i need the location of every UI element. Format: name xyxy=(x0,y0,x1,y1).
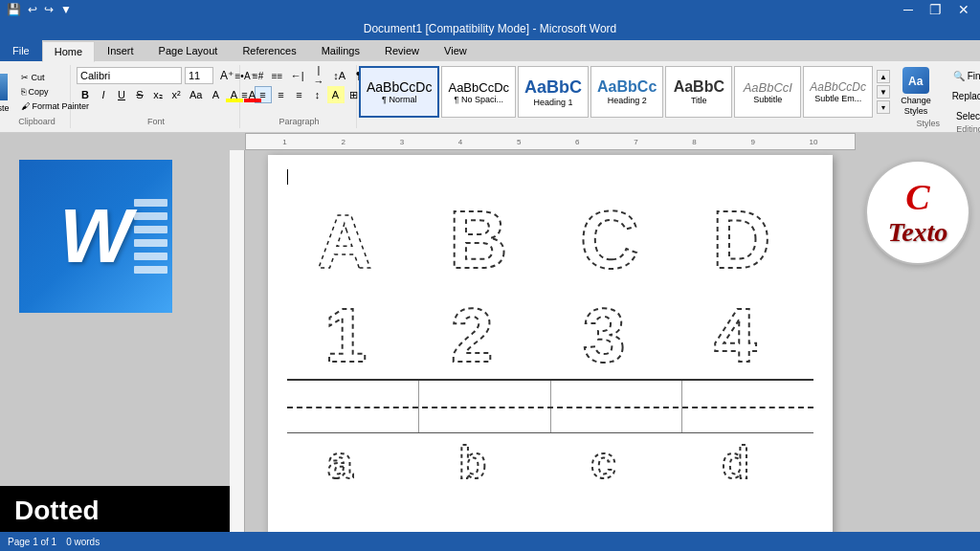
gallery-scroll-down[interactable]: ▼ xyxy=(877,85,890,99)
style-title[interactable]: AaBbC Title xyxy=(665,66,732,118)
line-spacing-button[interactable]: ↕ xyxy=(309,86,326,103)
number-cell-3: 3 xyxy=(550,284,682,375)
tab-insert[interactable]: Insert xyxy=(95,40,146,61)
font-name-input[interactable] xyxy=(77,67,182,84)
window-title: Document1 [Compatibility Mode] - Microso… xyxy=(364,22,617,35)
styles-gallery: AaBbCcDc ¶ Normal AaBbCcDc ¶ No Spaci...… xyxy=(359,65,940,119)
minimize-button[interactable]: ─ xyxy=(898,0,919,19)
ruler-right-spacer xyxy=(856,133,980,150)
undo-button[interactable]: ↩ xyxy=(26,3,39,16)
lowercase-cell-b: b xyxy=(419,433,551,486)
tab-references[interactable]: References xyxy=(230,40,308,61)
svg-text:a: a xyxy=(327,437,353,485)
style-subtle-em[interactable]: AaBbCcDc Subtle Em... xyxy=(803,66,873,118)
editing-group: 🔍 Find Replace Select Editing xyxy=(942,65,980,128)
tab-page-layout[interactable]: Page Layout xyxy=(146,40,231,61)
ribbon-tabs: File Home Insert Page Layout References … xyxy=(0,40,980,61)
justify-button[interactable]: ≡ xyxy=(291,86,308,103)
lowercase-d-svg: d xyxy=(719,435,776,485)
gallery-scroll-up[interactable]: ▲ xyxy=(877,70,890,83)
word-logo-lines xyxy=(129,160,172,313)
banner-line1: Dotted xyxy=(14,494,215,528)
svg-text:B: B xyxy=(449,194,507,282)
tab-home[interactable]: Home xyxy=(42,41,95,62)
save-button[interactable]: 💾 xyxy=(5,3,23,16)
change-case-button[interactable]: Aa xyxy=(186,86,206,103)
paste-button[interactable]: Paste xyxy=(0,68,15,116)
tab-view[interactable]: View xyxy=(432,40,479,61)
font-color-button[interactable]: A xyxy=(243,86,260,103)
increase-indent-button[interactable]: |→ xyxy=(308,67,328,84)
bullets-button[interactable]: ≡• xyxy=(231,67,248,84)
qat-dropdown-button[interactable]: ▼ xyxy=(58,3,74,16)
horizontal-ruler: 12345 678910 xyxy=(245,133,856,150)
change-styles-icon: Aa xyxy=(902,67,929,94)
number-cell-1: 1 xyxy=(287,284,419,375)
lowercase-cell-d: d xyxy=(682,433,814,486)
dashed-midline xyxy=(287,407,813,408)
style-heading2[interactable]: AaBbCc Heading 2 xyxy=(590,66,663,118)
style-normal[interactable]: AaBbCcDc ¶ Normal xyxy=(359,66,439,118)
clipboard-label: Clipboard xyxy=(18,117,56,126)
lowercase-a-svg: a xyxy=(324,435,382,485)
style-heading1[interactable]: AaBbC Heading 1 xyxy=(518,66,589,118)
font-group: A⁺ A⁻ B I U S x₂ x² Aa A A A xyxy=(73,65,240,128)
svg-text:d: d xyxy=(722,437,749,485)
gallery-more-button[interactable]: ▾ xyxy=(877,100,890,114)
word-logo: W xyxy=(19,160,172,313)
tab-mailings[interactable]: Mailings xyxy=(309,40,372,61)
right-panel: C Texto xyxy=(856,150,980,551)
select-button[interactable]: Select xyxy=(946,107,980,124)
quick-access-toolbar: 💾 ↩ ↪ ▼ ─ ❐ ✕ xyxy=(0,0,980,19)
number-2-svg: 2 xyxy=(446,287,523,373)
letter-cell-a: A xyxy=(287,188,419,284)
lowercase-cell-a: a xyxy=(287,433,419,486)
redo-button[interactable]: ↪ xyxy=(42,3,56,16)
document[interactable]: A B C D xyxy=(268,155,833,551)
sort-button[interactable]: ↕A xyxy=(330,67,349,84)
tab-file[interactable]: File xyxy=(0,40,42,61)
decrease-indent-button[interactable]: ←| xyxy=(287,67,307,84)
brand-logo-circle: C Texto xyxy=(865,160,970,265)
number-cell-4: 4 xyxy=(682,284,814,375)
word-logo-background: W xyxy=(19,160,172,313)
style-no-spacing[interactable]: AaBbCcDc ¶ No Spaci... xyxy=(441,66,516,118)
font-label: Font xyxy=(147,117,165,126)
numbering-button[interactable]: ≡# xyxy=(249,67,267,84)
close-button[interactable]: ✕ xyxy=(952,0,975,19)
ruler-left-spacer xyxy=(0,133,245,150)
restore-button[interactable]: ❐ xyxy=(924,0,947,19)
strikethrough-button[interactable]: S xyxy=(131,86,148,103)
shading-button[interactable]: A xyxy=(327,86,345,103)
clipboard-group: Paste ✂ Cut ⎘ Copy 🖌 Format Painter Clip… xyxy=(4,65,71,128)
bold-button[interactable]: B xyxy=(77,86,94,103)
underline-button[interactable]: U xyxy=(113,86,130,103)
lowercase-b-svg: b xyxy=(456,435,513,485)
style-subtitle[interactable]: AaBbCcI Subtitle xyxy=(734,66,801,118)
brand-logo-texto: Texto xyxy=(888,218,948,248)
ribbon: File Home Insert Page Layout References … xyxy=(0,40,980,133)
svg-text:Aa: Aa xyxy=(908,75,924,88)
highlight-button[interactable]: A xyxy=(225,86,242,103)
tab-review[interactable]: Review xyxy=(372,40,432,61)
main-area: W Dotted Typing xyxy=(0,150,980,551)
font-size-input[interactable] xyxy=(185,67,213,84)
superscript-button[interactable]: x² xyxy=(167,86,185,103)
subscript-button[interactable]: x₂ xyxy=(149,86,167,103)
replace-button[interactable]: Replace xyxy=(946,87,980,104)
status-bar: Page 1 of 1 0 words xyxy=(0,532,980,551)
brand-logo-c: C xyxy=(905,178,929,218)
title-text: Document1 [Compatibility Mode] - Microso… xyxy=(0,19,980,38)
text-effects-button[interactable]: A xyxy=(207,86,224,103)
svg-text:1: 1 xyxy=(324,293,368,373)
multilevel-button[interactable]: ≡≡ xyxy=(268,67,286,84)
align-right-button[interactable]: ≡ xyxy=(273,86,290,103)
svg-text:C: C xyxy=(580,194,638,282)
writing-lines-area xyxy=(287,381,813,433)
word-count: 0 words xyxy=(66,537,100,547)
italic-button[interactable]: I xyxy=(95,86,112,103)
change-styles-button[interactable]: Aa ChangeStyles xyxy=(892,65,940,119)
number-3-svg: 3 xyxy=(578,287,655,373)
find-button[interactable]: 🔍 Find xyxy=(946,67,980,84)
lowercase-c-svg: c xyxy=(588,435,645,485)
